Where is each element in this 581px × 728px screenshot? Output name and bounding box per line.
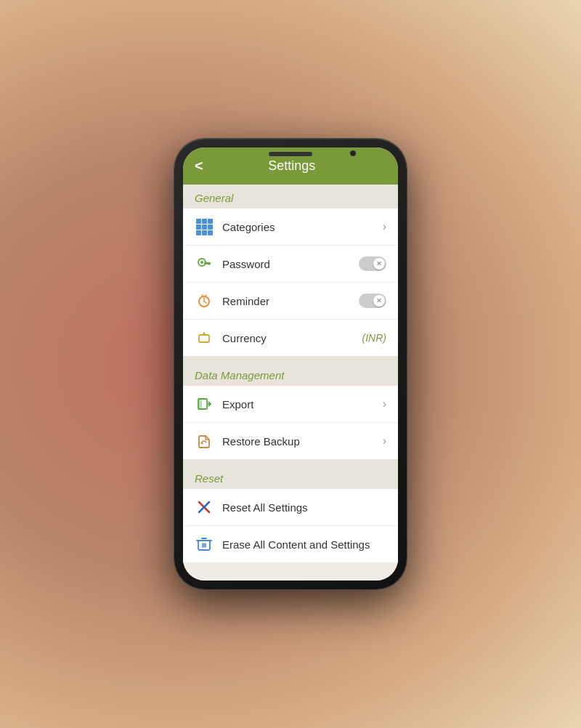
svg-rect-14 bbox=[198, 399, 202, 409]
password-icon bbox=[195, 254, 214, 273]
data-management-group: Export › bbox=[183, 386, 398, 459]
chevron-icon: › bbox=[383, 434, 386, 448]
categories-icon bbox=[195, 217, 214, 236]
erase-all-label: Erase All Content and Settings bbox=[222, 538, 386, 551]
svg-rect-2 bbox=[208, 262, 210, 265]
reminder-toggle[interactable]: ✕ bbox=[359, 294, 386, 308]
export-chevron: › bbox=[383, 397, 386, 410]
phone-device: < Settings General bbox=[174, 139, 407, 589]
phone-screen: < Settings General bbox=[183, 147, 398, 581]
password-toggle[interactable]: ✕ bbox=[359, 256, 386, 271]
reminder-item[interactable]: Reminder ✕ bbox=[183, 283, 398, 320]
reset-group: Reset All Settings bbox=[183, 489, 398, 562]
page-title: Settings bbox=[212, 158, 372, 174]
restore-backup-chevron: › bbox=[383, 434, 386, 448]
export-label: Export bbox=[222, 398, 383, 410]
export-item[interactable]: Export › bbox=[183, 386, 398, 423]
categories-chevron: › bbox=[383, 220, 386, 233]
reset-all-settings-label: Reset All Settings bbox=[222, 501, 386, 514]
general-group: Categories › bbox=[183, 209, 398, 356]
section-header-reset: Reset bbox=[183, 465, 398, 489]
phone-container: < Settings General bbox=[174, 139, 407, 589]
currency-icon bbox=[195, 328, 214, 347]
restore-backup-icon bbox=[195, 432, 214, 450]
export-icon bbox=[195, 395, 214, 413]
currency-value: (INR) bbox=[362, 332, 386, 344]
restore-backup-item[interactable]: Restore Backup › bbox=[183, 423, 398, 459]
currency-item[interactable]: Currency (INR) bbox=[183, 320, 398, 356]
restore-backup-label: Restore Backup bbox=[222, 435, 383, 448]
chevron-icon: › bbox=[383, 397, 386, 410]
password-item[interactable]: Password ✕ bbox=[183, 246, 398, 283]
svg-line-7 bbox=[204, 302, 206, 303]
reminder-label: Reminder bbox=[222, 295, 359, 307]
password-label: Password bbox=[222, 258, 359, 270]
currency-label: Currency bbox=[222, 332, 362, 344]
section-header-data-management: Data Management bbox=[183, 362, 398, 386]
svg-rect-3 bbox=[206, 262, 208, 264]
settings-scroll[interactable]: General Categories bbox=[183, 185, 398, 581]
app-header: < Settings bbox=[183, 147, 398, 185]
reset-all-settings-item[interactable]: Reset All Settings bbox=[183, 489, 398, 526]
reminder-icon bbox=[195, 291, 214, 310]
section-header-general: General bbox=[183, 185, 398, 209]
back-button[interactable]: < bbox=[195, 158, 203, 174]
reset-all-settings-icon bbox=[195, 498, 214, 517]
svg-rect-10 bbox=[199, 335, 209, 342]
svg-point-4 bbox=[200, 261, 203, 264]
erase-all-icon bbox=[195, 535, 214, 554]
chevron-icon: › bbox=[383, 220, 386, 233]
categories-item[interactable]: Categories › bbox=[183, 209, 398, 246]
erase-all-item[interactable]: Erase All Content and Settings bbox=[183, 526, 398, 562]
categories-label: Categories bbox=[222, 221, 383, 233]
